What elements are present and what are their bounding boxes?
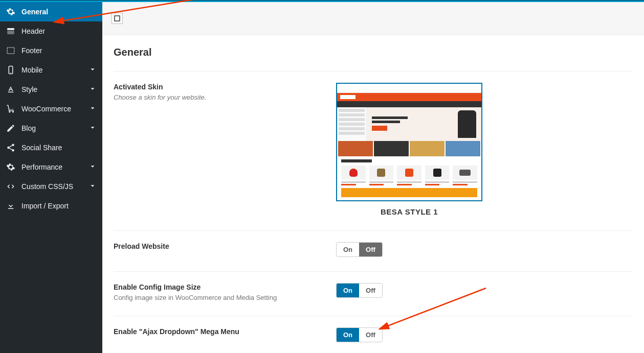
field-label: Enable "Ajax Dropdown" Mega Menu xyxy=(114,327,336,336)
toggle-enable-config-image-size[interactable]: On Off xyxy=(336,283,383,298)
text-style-icon xyxy=(6,85,15,94)
field-control-area: On Off xyxy=(336,283,633,301)
field-label: Activated Skin xyxy=(114,83,336,91)
toggle-off-button[interactable]: Off xyxy=(359,284,382,297)
sidebar-item-blog[interactable]: Blog xyxy=(0,119,102,138)
gear-icon xyxy=(6,7,15,16)
field-control-area: BESA STYLE 1 xyxy=(336,83,633,216)
field-label-area: Enable Config Image Size Config image si… xyxy=(114,283,336,301)
field-label-area: Enable "Ajax Dropdown" Mega Menu xyxy=(114,327,336,342)
field-enable-ajax-dropdown: Enable "Ajax Dropdown" Mega Menu On Off xyxy=(114,316,633,353)
sidebar-item-custom-css-js[interactable]: Custom CSS/JS xyxy=(0,177,102,196)
sidebar-item-label: Mobile xyxy=(21,66,42,74)
sidebar-item-general[interactable]: General xyxy=(0,2,102,21)
layout-footer-icon xyxy=(6,46,15,55)
chevron-down-icon xyxy=(89,124,96,133)
svg-point-2 xyxy=(10,73,11,74)
page-title: General xyxy=(114,46,633,58)
main-panel: General Activated Skin Choose a skin for… xyxy=(102,2,644,353)
chevron-down-icon xyxy=(89,182,96,191)
field-label: Preload Website xyxy=(114,242,336,250)
skin-name-label: BESA STYLE 1 xyxy=(336,207,482,216)
sidebar-item-label: Performance xyxy=(21,163,62,171)
sidebar-item-label: Header xyxy=(21,27,45,35)
sidebar-item-label: Social Share xyxy=(21,144,62,152)
download-icon xyxy=(6,201,15,210)
sidebar-item-performance[interactable]: Performance xyxy=(0,157,102,177)
settings-content: General Activated Skin Choose a skin for… xyxy=(102,35,644,353)
sidebar-item-style[interactable]: Style xyxy=(0,80,102,99)
svg-point-3 xyxy=(12,144,14,147)
settings-sidebar: General Header Footer Mobile Style WooCo… xyxy=(0,2,102,353)
field-description: Choose a skin for your website. xyxy=(114,93,336,101)
app-frame: General Header Footer Mobile Style WooCo… xyxy=(0,2,644,353)
main-toolbar xyxy=(102,2,644,35)
share-icon xyxy=(6,143,15,152)
skin-preview-image xyxy=(336,83,482,201)
sidebar-item-label: WooCommerce xyxy=(21,105,71,113)
field-control-area: On Off xyxy=(336,242,633,257)
sidebar-item-woocommerce[interactable]: WooCommerce xyxy=(0,99,102,119)
field-label-area: Preload Website xyxy=(114,242,336,257)
layout-header-icon xyxy=(6,27,15,36)
chevron-down-icon xyxy=(89,163,96,172)
chevron-down-icon xyxy=(89,66,96,75)
sidebar-item-import-export[interactable]: Import / Export xyxy=(0,196,102,216)
toggle-on-button[interactable]: On xyxy=(337,328,359,342)
sidebar-item-label: Blog xyxy=(21,124,36,132)
toggle-on-button[interactable]: On xyxy=(337,243,359,256)
field-label-area: Activated Skin Choose a skin for your we… xyxy=(114,83,336,216)
toggle-on-button[interactable]: On xyxy=(337,284,359,297)
field-preload-website: Preload Website On Off xyxy=(114,231,633,272)
sidebar-item-mobile[interactable]: Mobile xyxy=(0,60,102,80)
chevron-down-icon xyxy=(89,105,96,113)
field-control-area: On Off xyxy=(336,327,633,342)
sidebar-item-footer[interactable]: Footer xyxy=(0,41,102,60)
toggle-off-button[interactable]: Off xyxy=(359,243,382,256)
mobile-icon xyxy=(6,65,15,75)
expand-panel-button[interactable] xyxy=(112,13,123,24)
sidebar-item-label: General xyxy=(21,8,48,16)
sidebar-item-header[interactable]: Header xyxy=(0,21,102,41)
svg-rect-0 xyxy=(7,48,14,54)
sidebar-item-social[interactable]: Social Share xyxy=(0,138,102,157)
gear-icon xyxy=(6,162,15,172)
toggle-off-button[interactable]: Off xyxy=(359,328,382,342)
field-description: Config image size in WooCommerce and Med… xyxy=(114,294,336,301)
svg-point-5 xyxy=(12,149,14,152)
toggle-enable-ajax-dropdown[interactable]: On Off xyxy=(336,327,383,342)
sidebar-item-label: Footer xyxy=(21,46,42,55)
cart-icon xyxy=(6,104,15,113)
code-icon xyxy=(6,182,15,191)
sidebar-item-label: Custom CSS/JS xyxy=(21,182,73,191)
pencil-icon xyxy=(6,124,15,133)
sidebar-item-label: Style xyxy=(21,85,37,93)
svg-point-4 xyxy=(7,147,10,149)
toggle-preload-website[interactable]: On Off xyxy=(336,242,383,257)
skin-option[interactable]: BESA STYLE 1 xyxy=(336,83,482,216)
field-activated-skin: Activated Skin Choose a skin for your we… xyxy=(114,71,633,231)
chevron-down-icon xyxy=(89,85,96,94)
field-label: Enable Config Image Size xyxy=(114,283,336,291)
sidebar-item-label: Import / Export xyxy=(21,202,69,210)
field-enable-config-image-size: Enable Config Image Size Config image si… xyxy=(114,272,633,316)
